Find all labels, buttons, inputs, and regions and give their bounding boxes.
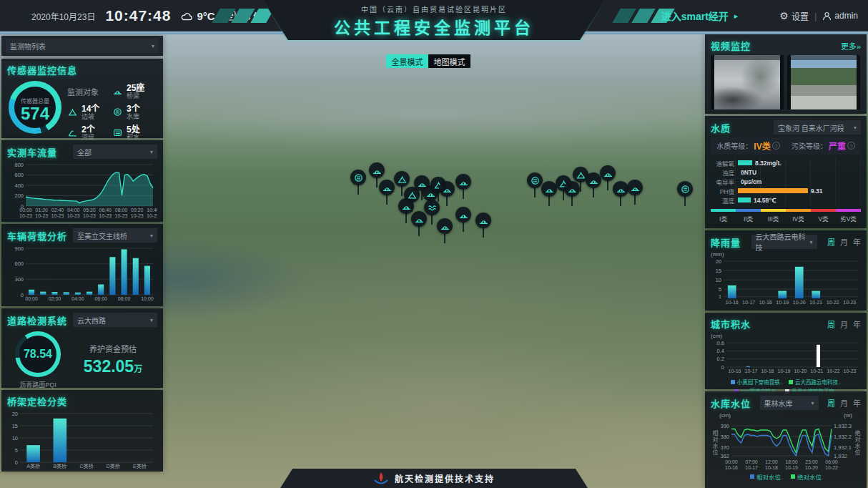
rainfall-period-tabs: 周 月 年 [827, 236, 861, 248]
reservoir-dropdown[interactable]: 果林水库 ▾ [760, 396, 819, 410]
view-mode-toggle: 全景模式 地图模式 [386, 54, 470, 68]
svg-text:10: 10 [716, 277, 721, 283]
gear-icon: ⚙ [779, 10, 789, 21]
marker-stem [405, 213, 407, 223]
road-dropdown[interactable]: 云大西路 ▾ [73, 313, 157, 327]
sensor-info-panel: 传感器监控信息 传感器总量 574 监测对象 25座桥梁 14个边坡 3个水库 [1, 59, 163, 138]
svg-text:10-23: 10-23 [843, 300, 856, 305]
reservoir-right-unit: (m) [844, 412, 852, 419]
map-marker-bridge[interactable] [475, 213, 491, 240]
marker-stem [357, 184, 359, 195]
marker-stem [634, 194, 636, 205]
bridge-icon [459, 210, 468, 220]
svg-text:02:00: 02:00 [49, 296, 61, 301]
tab-year[interactable]: 年 [853, 318, 861, 330]
tab-month[interactable]: 月 [840, 318, 848, 330]
svg-text:0: 0 [15, 459, 18, 466]
marker-stem [444, 233, 445, 243]
tab-week[interactable]: 周 [827, 397, 835, 409]
svg-text:5: 5 [719, 286, 721, 293]
map-marker-reservoir[interactable] [677, 181, 693, 208]
map-marker-bridge[interactable] [586, 172, 601, 200]
load-bridge-dropdown[interactable]: 至美立交主线桥 ▾ [73, 228, 157, 243]
header-divider: | [814, 11, 817, 21]
svg-text:0: 0 [721, 364, 724, 371]
video-thumbnail-2[interactable] [787, 55, 860, 109]
cloud-icon [181, 11, 194, 21]
platform-subtitle: 中国（云南）自由贸易试验区昆明片区 [361, 4, 507, 14]
svg-text:12:00: 12:00 [765, 459, 778, 464]
map-marker-bridge[interactable] [437, 218, 453, 245]
footer: 航天检测提供技术支持 [280, 469, 588, 488]
tab-week[interactable]: 周 [827, 318, 835, 330]
svg-text:07:00: 07:00 [745, 459, 758, 464]
water-quality-dropdown[interactable]: 宝象河 自来水厂河段 ▾ [774, 120, 861, 135]
rainfall-dropdown[interactable]: 云大西路云电科技 ▾ [751, 235, 817, 249]
svg-text:10-23: 10-23 [67, 213, 80, 218]
reservoir-icon [681, 185, 690, 194]
svg-text:1,932.2: 1,932.2 [834, 434, 852, 440]
monitor-list-dropdown[interactable]: 监测物列表 ▾ [6, 39, 159, 53]
map-marker-bridge[interactable] [455, 207, 471, 234]
svg-text:05:20: 05:20 [83, 208, 96, 213]
tab-year[interactable]: 年 [853, 397, 861, 409]
chevron-down-icon: ▾ [150, 233, 153, 239]
map-marker-bridge[interactable] [379, 180, 395, 207]
panorama-mode-button[interactable]: 全景模式 [386, 54, 428, 68]
svg-text:00:00: 00:00 [725, 459, 738, 464]
svg-text:10-23: 10-23 [131, 213, 144, 218]
svg-text:10: 10 [12, 435, 18, 441]
marker-stem [593, 187, 594, 197]
tab-year[interactable]: 年 [853, 236, 861, 248]
road-detection-panel: 道路检测系统 云大西路 ▾ 78.54 沥青路面PQI 养护资金预估 532.0… [1, 308, 163, 388]
svg-text:10-23: 10-23 [83, 213, 96, 218]
slope-icon [576, 170, 586, 180]
traffic-flow-chart: 020040060080000:0010-2301:2010-2302:4010… [7, 161, 157, 220]
svg-text:10-23: 10-23 [115, 213, 128, 218]
sensor-item-slope: 14个边坡 [67, 104, 112, 120]
panel-title: 道路检测系统 [7, 313, 67, 327]
svg-text:0.2: 0.2 [717, 356, 724, 362]
smart-portal-link[interactable]: 进入smart经开 [661, 9, 729, 23]
pqi-gauge: 78.54 [15, 331, 61, 377]
svg-text:04:00: 04:00 [67, 208, 80, 213]
map-marker-bridge[interactable] [541, 181, 557, 208]
svg-text:10-19: 10-19 [776, 300, 789, 305]
bridge-icon [479, 216, 488, 225]
video-more-link[interactable]: 更多» [841, 40, 861, 52]
map-marker-reservoir[interactable] [527, 172, 543, 200]
rainfall-panel: 降雨量 云大西路云电科技 ▾ 周 月 年 (mm) 1510152010-161… [705, 230, 867, 311]
svg-text:10-21: 10-21 [809, 300, 822, 305]
video-thumbnail-1[interactable] [711, 55, 784, 109]
tab-month[interactable]: 月 [840, 397, 848, 409]
settings-button[interactable]: ⚙ 设置 [779, 10, 809, 22]
svg-text:10-16: 10-16 [726, 300, 739, 305]
map-marker-bridge[interactable] [455, 174, 471, 201]
sensor-item-dike: 2个河堤 [67, 125, 112, 141]
map-marker-bridge[interactable] [439, 181, 455, 208]
bridge-icon [616, 185, 626, 194]
svg-text:380: 380 [720, 434, 729, 440]
info-icon[interactable]: ? [772, 142, 780, 150]
user-menu[interactable]: admin [822, 11, 858, 21]
svg-text:06:00: 06:00 [94, 296, 107, 301]
reservoir-level-panel: 水库水位 果林水库 ▾ 周 月 年 (cm) (m) 相对水位 绝对水位 362… [705, 391, 867, 488]
tab-week[interactable]: 周 [827, 236, 835, 248]
bridge-inspection-chart: 05101520A类桥B类桥C类桥D类桥E类桥 [7, 410, 157, 472]
svg-text:10-17: 10-17 [745, 465, 758, 470]
map-marker-bridge[interactable] [627, 180, 643, 207]
svg-text:18:00: 18:00 [785, 459, 798, 464]
marker-stem [483, 227, 484, 238]
chevron-down-icon: ▾ [811, 400, 814, 406]
info-icon[interactable]: ? [847, 142, 855, 150]
map-marker-reservoir[interactable] [350, 170, 366, 197]
wq-row-temperature: 温度 14.58℃ [711, 195, 861, 205]
water-icon [112, 128, 123, 137]
title-banner: 中国（云南）自由贸易试验区昆明片区 公共工程安全监测平台 [263, 0, 605, 42]
map-mode-button[interactable]: 地图模式 [428, 54, 470, 68]
maintenance-cost-value: 532.05万 [69, 357, 157, 376]
map-marker-bridge[interactable] [613, 181, 628, 208]
traffic-filter-dropdown[interactable]: 全部 ▾ [73, 145, 157, 159]
svg-text:10-18: 10-18 [761, 369, 774, 374]
tab-month[interactable]: 月 [840, 236, 848, 248]
